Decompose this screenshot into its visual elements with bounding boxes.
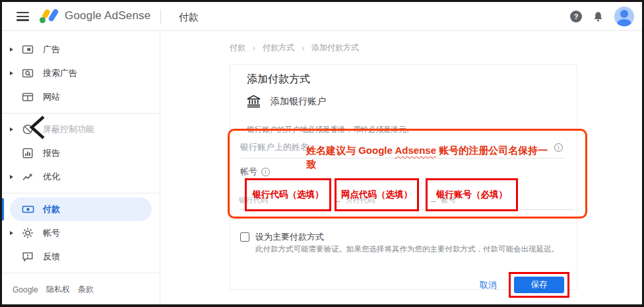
breadcrumb: 付款 › 付款方式 › 添加付款方式 — [230, 42, 359, 53]
expand-caret-icon — [10, 71, 18, 75]
sites-icon — [21, 91, 34, 103]
sidebar-item-label: 反馈 — [43, 251, 60, 263]
breadcrumb-add-payment-method: 添加付款方式 — [311, 42, 359, 53]
menu-icon[interactable] — [16, 12, 29, 21]
expand-caret-icon — [10, 207, 18, 211]
expand-caret-icon — [10, 255, 18, 259]
save-button[interactable]: 保存 — [514, 277, 564, 293]
breadcrumb-separator-icon: › — [253, 44, 255, 53]
sidebar-item-feedback[interactable]: 反馈 — [2, 245, 160, 269]
primary-method-label: 设为主要付款方式 — [255, 231, 324, 243]
expand-caret-icon — [10, 48, 18, 51]
name-field-label: 银行账户上的姓名 — [240, 141, 309, 153]
account-number-input[interactable]: 帐号 — [441, 195, 573, 210]
brand-text: Google AdSense — [65, 9, 150, 22]
header-divider — [160, 9, 161, 24]
breadcrumb-separator-icon: › — [302, 44, 304, 53]
ads-icon — [21, 44, 34, 55]
field-separator: – — [329, 196, 346, 210]
sidebar-item-label: 广告 — [43, 44, 60, 55]
sidebar-item-label: 付款 — [43, 203, 60, 215]
expand-caret-icon — [10, 95, 18, 99]
sidebar-item-label: 网站 — [43, 91, 60, 103]
trending-up-icon — [21, 171, 34, 183]
sidebar-item-label: 帐号 — [43, 227, 60, 239]
primary-method-row: 设为主要付款方式 — [240, 231, 324, 243]
reports-icon — [21, 147, 34, 159]
account-section-label: 帐号 i — [240, 166, 270, 178]
account-fields-row: 银行代码 – 分行代码 – 帐号 — [239, 195, 573, 210]
primary-method-help: 此付款方式可能需要验证。如果您选择将其作为您的主要付款方式，付款可能会出现延迟。 — [255, 244, 569, 254]
google-wordmark: Google — [13, 285, 38, 294]
page-title: 添加付款方式 — [247, 73, 310, 86]
adsense-logo-icon — [39, 7, 59, 25]
method-title: 添加银行账户 — [271, 96, 326, 108]
breadcrumb-payment-methods[interactable]: 付款方式 — [263, 42, 294, 53]
main-content: 付款 › 付款方式 › 添加付款方式 添加付款方式 — [160, 31, 642, 304]
expand-caret-icon — [10, 127, 18, 131]
requirement-note: 银行账户的开户地必须是香港，币种必须是港元。 — [247, 125, 414, 135]
sidebar-item-sites[interactable]: 网站 — [2, 85, 160, 109]
bank-account-method-header: 添加银行账户 — [247, 95, 326, 108]
breadcrumb-payments[interactable]: 付款 — [230, 42, 245, 53]
account-label-text: 帐号 — [240, 166, 257, 178]
annotation-note-text: 姓名建议与 Google — [306, 145, 395, 156]
account-avatar[interactable] — [614, 7, 634, 26]
branch-code-input[interactable]: 分行代码 — [346, 195, 425, 210]
sidebar-item-label: 优化 — [43, 171, 60, 183]
expand-caret-icon — [10, 175, 18, 179]
primary-method-checkbox[interactable] — [240, 232, 249, 242]
sidebar-item-label: 搜索广告 — [43, 67, 77, 79]
sidebar-item-account[interactable]: 帐号 — [2, 221, 160, 245]
search-ads-icon — [21, 67, 34, 79]
sidebar-item-search-ads[interactable]: 搜索广告 — [2, 61, 160, 85]
sidebar-nav: 广告 搜索广告 网站 — [2, 31, 160, 304]
annotation-name-note: 姓名建议与 Google Adsense 账号的注册公司名保持一致 — [306, 143, 556, 171]
annotation-save-box: 保存 — [509, 272, 569, 298]
block-icon — [21, 123, 34, 135]
sidebar-footer: Google 隐私权 条款 — [2, 277, 160, 295]
app-header: Google AdSense 付款 ? — [2, 2, 642, 31]
sidebar-divider — [2, 193, 160, 193]
annotation-note-underlined: Adsense — [395, 145, 436, 156]
sidebar-item-label: 报告 — [43, 147, 60, 159]
cancel-button[interactable]: 取消 — [480, 279, 497, 291]
notifications-bell-icon[interactable] — [592, 11, 604, 23]
bank-icon — [247, 95, 261, 108]
payments-icon — [21, 203, 34, 215]
privacy-link[interactable]: 隐私权 — [46, 284, 70, 295]
sidebar-item-reports[interactable]: 报告 — [2, 141, 160, 165]
adsense-window: Google AdSense 付款 ? 广 — [0, 0, 644, 307]
info-icon[interactable]: i — [261, 168, 270, 176]
form-actions: 取消 保存 — [480, 272, 569, 298]
add-payment-method-card: 添加付款方式 添加银行账户 银行账户的开户地必须是香港，币种必须是港元。 — [230, 64, 577, 290]
terms-link[interactable]: 条款 — [78, 284, 94, 295]
active-indicator — [2, 198, 4, 221]
field-separator: – — [425, 196, 441, 210]
sidebar-item-blocking-controls[interactable]: 屏蔽控制功能 — [2, 118, 160, 141]
sidebar-divider — [2, 113, 160, 114]
sidebar-item-ads[interactable]: 广告 — [2, 38, 160, 61]
sidebar-item-label: 屏蔽控制功能 — [43, 123, 94, 135]
adsense-logo[interactable]: Google AdSense — [39, 7, 150, 25]
sidebar-divider — [2, 273, 160, 273]
feedback-icon — [21, 251, 34, 263]
expand-caret-icon — [10, 151, 18, 155]
expand-caret-icon — [10, 231, 18, 235]
gear-icon — [21, 227, 34, 239]
sidebar-item-optimization[interactable]: 优化 — [2, 165, 160, 189]
help-icon[interactable]: ? — [570, 11, 582, 22]
sidebar-item-payments[interactable]: 付款 — [10, 197, 152, 221]
header-page-title: 付款 — [179, 11, 199, 24]
bank-code-input[interactable]: 银行代码 — [239, 195, 329, 210]
header-actions: ? — [570, 2, 634, 31]
